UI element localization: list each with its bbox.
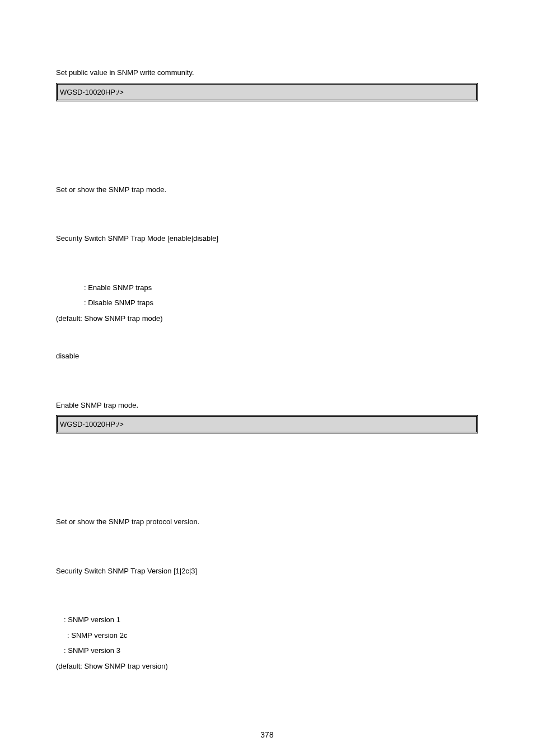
param-disable: : Disable SNMP traps bbox=[56, 297, 478, 309]
param-enable: : Enable SNMP traps bbox=[56, 282, 478, 293]
param-v2c: : SNMP version 2c bbox=[56, 630, 478, 641]
example-text: Enable SNMP trap mode. bbox=[56, 400, 478, 411]
param-default-version: (default: Show SNMP trap version) bbox=[56, 661, 478, 672]
section1-intro: Set public value in SNMP write community… bbox=[56, 67, 478, 78]
page-number: 378 bbox=[0, 730, 534, 739]
param-v3: : SNMP version 3 bbox=[56, 645, 478, 656]
code-block-1: WGSD-10020HP:/> bbox=[56, 83, 478, 101]
code-block-2: WGSD-10020HP:/> bbox=[56, 415, 478, 433]
section3-syntax: Security Switch SNMP Trap Version [1|2c|… bbox=[56, 566, 478, 577]
default-value: disable bbox=[56, 351, 478, 362]
param-v1: : SNMP version 1 bbox=[56, 614, 478, 626]
param-default: (default: Show SNMP trap mode) bbox=[56, 313, 478, 324]
section2-syntax: Security Switch SNMP Trap Mode [enable|d… bbox=[56, 233, 478, 244]
section2-description: Set or show the SNMP trap mode. bbox=[56, 184, 478, 195]
document-page: Set public value in SNMP write community… bbox=[0, 0, 534, 756]
section3-description: Set or show the SNMP trap protocol versi… bbox=[56, 516, 478, 528]
